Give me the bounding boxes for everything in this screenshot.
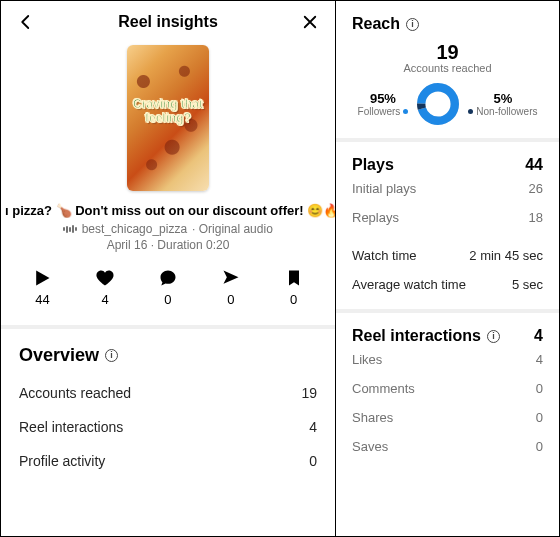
row-replays: Replays 18 — [352, 203, 543, 232]
audio-account: best_chicago_pizza — [82, 222, 187, 236]
row-avg-watch: Average watch time 5 sec — [352, 270, 543, 299]
value: 26 — [529, 181, 543, 196]
row-saves: Saves 0 — [352, 432, 543, 461]
stat-comments[interactable]: 0 — [143, 268, 193, 307]
insights-left-pane: Reel insights Craving that feeling? ı pi… — [0, 0, 336, 537]
close-button[interactable] — [299, 11, 321, 33]
label: Initial plays — [352, 181, 416, 196]
plays-heading: Plays 44 — [352, 156, 543, 174]
reach-sub: Accounts reached — [352, 62, 543, 74]
reel-thumbnail-wrap: Craving that feeling? — [1, 39, 335, 195]
value: 18 — [529, 210, 543, 225]
row-initial-plays: Initial plays 26 — [352, 174, 543, 203]
legend-nonfollowers: 5% Non-followers — [468, 91, 537, 117]
label: Reel interactions — [19, 419, 123, 435]
stat-shares[interactable]: 0 — [206, 268, 256, 307]
overview-section: Overview i Accounts reached 19 Reel inte… — [1, 329, 335, 486]
value: 5 sec — [512, 277, 543, 292]
label: Profile activity — [19, 453, 105, 469]
stat-likes-value: 4 — [102, 292, 109, 307]
reach-heading: Reach i — [352, 15, 543, 33]
back-button[interactable] — [15, 11, 37, 33]
row-watch-time: Watch time 2 min 45 sec — [352, 241, 543, 270]
plays-total: 44 — [525, 156, 543, 174]
audio-icon — [63, 225, 77, 233]
page-title: Reel insights — [118, 13, 218, 31]
close-icon — [301, 13, 319, 31]
value: 4 — [309, 419, 317, 435]
reach-value: 19 — [352, 41, 543, 64]
info-icon[interactable]: i — [487, 330, 500, 343]
overview-title: Overview — [19, 345, 99, 366]
label: Average watch time — [352, 277, 466, 292]
stat-plays[interactable]: 44 — [17, 268, 67, 307]
value: 2 min 45 sec — [469, 248, 543, 263]
label: Replays — [352, 210, 399, 225]
row-shares: Shares 0 — [352, 403, 543, 432]
share-icon — [221, 268, 241, 288]
legend-followers: 95% Followers — [358, 91, 409, 117]
interactions-title: Reel interactions — [352, 327, 481, 345]
stat-saves[interactable]: 0 — [269, 268, 319, 307]
interactions-section: Reel interactions i 4 Likes 4 Comments 0… — [336, 313, 559, 471]
stat-plays-value: 44 — [35, 292, 49, 307]
nonfollowers-label: Non-followers — [476, 106, 537, 117]
value: 0 — [536, 381, 543, 396]
nonfollowers-pct: 5% — [468, 91, 537, 106]
row-reel-interactions[interactable]: Reel interactions 4 — [19, 410, 317, 444]
stat-saves-value: 0 — [290, 292, 297, 307]
thumbnail-overlay-text: Craving that feeling? — [127, 98, 209, 126]
row-profile-activity[interactable]: Profile activity 0 — [19, 444, 317, 478]
stat-comments-value: 0 — [164, 292, 171, 307]
followers-label: Followers — [358, 106, 401, 117]
post-date: April 16 — [107, 238, 148, 252]
duration: Duration 0:20 — [157, 238, 229, 252]
value: 0 — [309, 453, 317, 469]
reach-center: 19 Accounts reached — [352, 33, 543, 74]
date-line: April 16 · Duration 0:20 — [1, 236, 335, 252]
plays-title: Plays — [352, 156, 394, 174]
value: 0 — [536, 439, 543, 454]
stat-row: 44 4 0 0 0 — [1, 252, 335, 329]
label: Watch time — [352, 248, 417, 263]
stat-shares-value: 0 — [227, 292, 234, 307]
svg-point-1 — [422, 87, 456, 121]
audio-row[interactable]: best_chicago_pizza · Original audio — [1, 220, 335, 236]
label: Saves — [352, 439, 388, 454]
reach-section: Reach i 19 Accounts reached 95% Follower… — [336, 1, 559, 142]
insights-right-pane: Reach i 19 Accounts reached 95% Follower… — [336, 0, 560, 537]
dot-icon — [403, 109, 408, 114]
chevron-left-icon — [17, 13, 35, 31]
stat-likes[interactable]: 4 — [80, 268, 130, 307]
header: Reel insights — [1, 1, 335, 39]
info-icon[interactable]: i — [406, 18, 419, 31]
interactions-heading: Reel interactions i 4 — [352, 327, 543, 345]
overview-heading: Overview i — [19, 345, 317, 366]
value: 0 — [536, 410, 543, 425]
bookmark-icon — [284, 268, 304, 288]
donut-row: 95% Followers 5% Non-followers — [352, 74, 543, 128]
audio-suffix: · Original audio — [192, 222, 273, 236]
reach-title: Reach — [352, 15, 400, 33]
row-comments: Comments 0 — [352, 374, 543, 403]
label: Likes — [352, 352, 382, 367]
followers-pct: 95% — [358, 91, 409, 106]
row-accounts-reached[interactable]: Accounts reached 19 — [19, 376, 317, 410]
comment-icon — [158, 268, 178, 288]
plays-section: Plays 44 Initial plays 26 Replays 18 Wat… — [336, 142, 559, 313]
interactions-total: 4 — [534, 327, 543, 345]
play-icon — [32, 268, 52, 288]
reel-caption: ı pizza? 🍗 Don't miss out on our discoun… — [1, 195, 335, 220]
dot-icon — [468, 109, 473, 114]
label: Shares — [352, 410, 393, 425]
label: Accounts reached — [19, 385, 131, 401]
value: 4 — [536, 352, 543, 367]
info-icon[interactable]: i — [105, 349, 118, 362]
heart-icon — [95, 268, 115, 288]
row-likes: Likes 4 — [352, 345, 543, 374]
value: 19 — [301, 385, 317, 401]
reel-thumbnail[interactable]: Craving that feeling? — [127, 45, 209, 191]
donut-chart — [414, 80, 462, 128]
label: Comments — [352, 381, 415, 396]
